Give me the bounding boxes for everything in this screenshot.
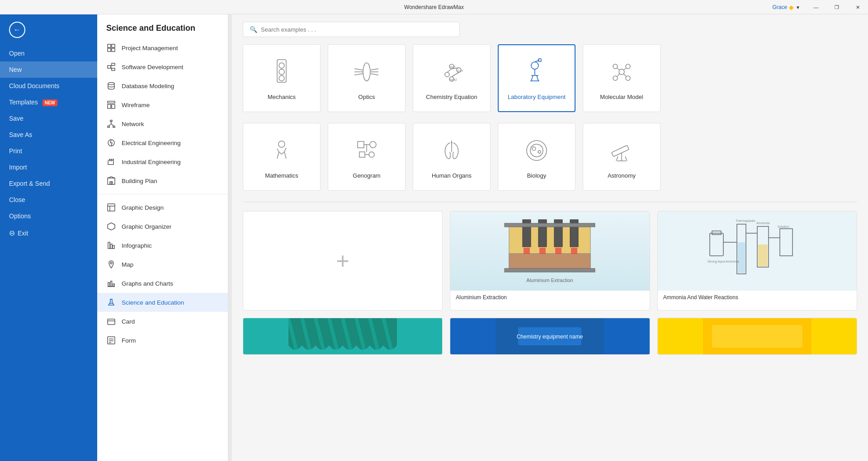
sidebar-item-export[interactable]: Export & Send bbox=[0, 175, 97, 192]
mid-panel-title: Science and Education bbox=[97, 14, 228, 38]
astronomy-label: Astronomy bbox=[608, 172, 636, 179]
new-template-card[interactable]: + bbox=[243, 211, 443, 310]
svg-rect-115 bbox=[710, 233, 723, 256]
minimize-button[interactable]: — bbox=[806, 0, 826, 14]
category-chemistry[interactable]: HO OH NH2 Chemistry Equation bbox=[413, 44, 491, 112]
mechanics-label: Mechanics bbox=[268, 94, 296, 100]
search-input[interactable] bbox=[261, 26, 453, 33]
svg-rect-25 bbox=[108, 204, 115, 211]
nav-item-card[interactable]: Card bbox=[97, 312, 228, 331]
category-genogram[interactable]: Genogram bbox=[328, 123, 406, 191]
svg-rect-10 bbox=[108, 101, 115, 103]
svg-line-80 bbox=[623, 74, 626, 76]
nav-item-graphs[interactable]: Graphs and Charts bbox=[97, 274, 228, 293]
svg-rect-3 bbox=[112, 48, 115, 52]
back-button[interactable]: ← bbox=[0, 14, 97, 45]
molecular-label: Molecular Model bbox=[600, 94, 643, 100]
sidebar-item-exit[interactable]: ⊖ Exit bbox=[0, 224, 97, 242]
category-mechanics[interactable]: Mechanics bbox=[243, 44, 321, 112]
user-dropdown-icon[interactable]: ▼ bbox=[796, 5, 800, 10]
example-card-5[interactable]: Chemistry equipment name bbox=[450, 318, 650, 355]
graphic-org-icon bbox=[106, 221, 116, 231]
svg-rect-15 bbox=[113, 126, 115, 127]
sidebar-item-cloud[interactable]: Cloud Documents bbox=[0, 78, 97, 94]
svg-rect-36 bbox=[110, 299, 112, 300]
ammonia-preview: Strong Aqua Ammonia Thermoplastic Ammoni… bbox=[658, 212, 857, 291]
example-card-4[interactable] bbox=[243, 318, 443, 355]
nav-item-electrical[interactable]: Electrical Engineering bbox=[97, 133, 228, 152]
sidebar-item-templates[interactable]: Templates NEW bbox=[0, 94, 97, 110]
nav-item-database[interactable]: Database Modeling bbox=[97, 76, 228, 95]
svg-rect-97 bbox=[611, 145, 629, 156]
lab-label: Laboratory Equipment bbox=[508, 94, 566, 100]
category-human-organs[interactable]: Human Organs bbox=[413, 123, 491, 191]
svg-rect-32 bbox=[111, 281, 112, 287]
genogram-label: Genogram bbox=[353, 172, 380, 179]
example6-preview bbox=[658, 318, 857, 354]
sidebar-item-save[interactable]: Save bbox=[0, 110, 97, 127]
electrical-icon bbox=[106, 138, 116, 148]
category-lab[interactable]: Laboratory Equipment bbox=[498, 44, 576, 112]
sidebar-item-print[interactable]: Print bbox=[0, 143, 97, 159]
nav-item-map[interactable]: Map bbox=[97, 255, 228, 274]
nav-item-form[interactable]: Form bbox=[97, 331, 228, 350]
sidebar-item-saveas[interactable]: Save As bbox=[0, 127, 97, 143]
svg-point-89 bbox=[369, 152, 374, 157]
example-card-6[interactable] bbox=[657, 318, 857, 355]
category-astronomy[interactable]: Astronomy bbox=[583, 123, 660, 191]
nav-item-network[interactable]: Network bbox=[97, 114, 228, 133]
industrial-label: Industrial Engineering bbox=[122, 159, 181, 165]
svg-rect-1 bbox=[112, 44, 115, 47]
category-mathematics[interactable]: Mathematics bbox=[243, 123, 321, 191]
card-label: Card bbox=[122, 318, 135, 325]
nav-item-software[interactable]: Software Development bbox=[97, 57, 228, 76]
category-molecular[interactable]: Molecular Model bbox=[583, 44, 660, 112]
aluminium-extraction-card[interactable]: Aluminium Extraction Aluminium Extractio… bbox=[450, 211, 650, 310]
nav-item-graphic-org[interactable]: Graphic Organizer bbox=[97, 217, 228, 236]
science-icon bbox=[106, 297, 116, 307]
nav-item-wireframe[interactable]: Wireframe bbox=[97, 95, 228, 114]
svg-point-45 bbox=[279, 69, 284, 75]
nav-item-industrial[interactable]: Industrial Engineering bbox=[97, 152, 228, 171]
nav-item-infographic[interactable]: Infographic bbox=[97, 236, 228, 255]
software-label: Software Development bbox=[122, 64, 184, 71]
close-button[interactable]: ✕ bbox=[847, 0, 868, 14]
project-icon bbox=[106, 43, 116, 53]
category-biology[interactable]: Biology bbox=[498, 123, 576, 191]
maximize-button[interactable]: ❐ bbox=[826, 0, 847, 14]
svg-point-47 bbox=[363, 63, 370, 81]
graphic-design-icon bbox=[106, 202, 116, 212]
lab-icon bbox=[521, 56, 552, 88]
svg-text:Chemistry equipment name: Chemistry equipment name bbox=[517, 334, 583, 340]
network-label: Network bbox=[122, 121, 144, 127]
sidebar-item-open[interactable]: Open bbox=[0, 45, 97, 61]
svg-text:Thermoplastic: Thermoplastic bbox=[736, 219, 755, 223]
svg-rect-29 bbox=[113, 245, 114, 249]
svg-rect-6 bbox=[112, 68, 115, 71]
category-optics[interactable]: Optics bbox=[328, 44, 406, 112]
nav-item-graphic-design[interactable]: Graphic Design bbox=[97, 198, 228, 217]
examples-grid: + bbox=[243, 211, 857, 355]
nav-item-building[interactable]: Building Plan bbox=[97, 171, 228, 190]
nav-item-project[interactable]: Project Management bbox=[97, 38, 228, 57]
svg-rect-119 bbox=[738, 242, 745, 273]
user-area: Grace ◆ ▼ bbox=[772, 0, 800, 14]
sidebar-item-options[interactable]: Options bbox=[0, 208, 97, 224]
nav-item-science[interactable]: Science and Education bbox=[97, 293, 228, 312]
ammonia-card[interactable]: Strong Aqua Ammonia Thermoplastic Ammoni… bbox=[657, 211, 857, 310]
sidebar-item-import[interactable]: Import bbox=[0, 159, 97, 175]
svg-rect-112 bbox=[555, 248, 561, 254]
sidebar-item-close[interactable]: Close bbox=[0, 192, 97, 208]
network-icon bbox=[106, 119, 116, 129]
svg-rect-5 bbox=[112, 63, 115, 66]
svg-rect-13 bbox=[110, 120, 112, 122]
svg-rect-2 bbox=[108, 48, 111, 52]
card-icon bbox=[106, 316, 116, 326]
map-label: Map bbox=[122, 261, 133, 268]
database-icon bbox=[106, 81, 116, 91]
sidebar-item-new[interactable]: New bbox=[0, 61, 97, 78]
svg-rect-109 bbox=[505, 268, 595, 272]
svg-line-50 bbox=[354, 74, 363, 75]
svg-point-96 bbox=[538, 151, 541, 153]
svg-point-93 bbox=[527, 141, 547, 160]
